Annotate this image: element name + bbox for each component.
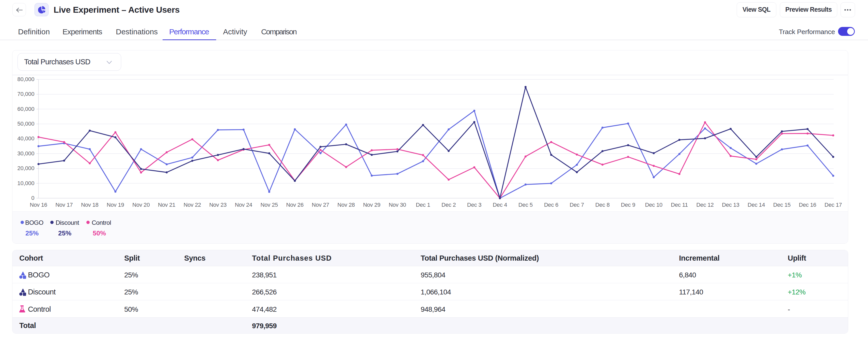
svg-text:Nov 26: Nov 26 [286,202,304,208]
svg-text:Nov 21: Nov 21 [158,202,176,208]
svg-text:Nov 18: Nov 18 [81,202,99,208]
svg-text:Dec 10: Dec 10 [645,202,662,208]
svg-text:Nov 22: Nov 22 [184,202,201,208]
svg-text:Dec 14: Dec 14 [748,202,765,208]
svg-text:Nov 19: Nov 19 [107,202,124,208]
svg-text:Nov 25: Nov 25 [260,202,278,208]
svg-text:Nov 16: Nov 16 [30,202,47,208]
svg-text:Dec 6: Dec 6 [544,202,558,208]
svg-text:Nov 30: Nov 30 [389,202,406,208]
svg-text:Nov 24: Nov 24 [235,202,252,208]
svg-text:Dec 7: Dec 7 [570,202,584,208]
svg-text:Dec 17: Dec 17 [825,202,842,208]
svg-text:Dec 12: Dec 12 [696,202,714,208]
svg-text:Dec 13: Dec 13 [722,202,740,208]
svg-text:Dec 16: Dec 16 [799,202,816,208]
svg-text:Dec 4: Dec 4 [493,202,507,208]
svg-text:80,000: 80,000 [17,76,34,82]
svg-text:Dec 9: Dec 9 [621,202,635,208]
svg-text:0: 0 [31,195,34,201]
svg-text:50,000: 50,000 [17,120,34,127]
svg-text:Nov 28: Nov 28 [337,202,355,208]
svg-text:Nov 20: Nov 20 [132,202,150,208]
svg-text:30,000: 30,000 [17,150,34,156]
svg-text:Dec 15: Dec 15 [773,202,791,208]
svg-text:Nov 29: Nov 29 [363,202,380,208]
svg-text:Nov 23: Nov 23 [209,202,227,208]
svg-text:Dec 2: Dec 2 [441,202,456,208]
svg-text:10,000: 10,000 [17,180,34,187]
svg-text:Nov 17: Nov 17 [55,202,73,208]
svg-text:Dec 1: Dec 1 [416,202,430,208]
svg-text:70,000: 70,000 [17,91,34,97]
svg-text:Dec 8: Dec 8 [595,202,610,208]
svg-text:Dec 5: Dec 5 [519,202,533,208]
svg-text:40,000: 40,000 [17,135,34,142]
svg-text:60,000: 60,000 [17,106,34,112]
svg-text:Nov 27: Nov 27 [312,202,329,208]
svg-text:20,000: 20,000 [17,165,34,171]
svg-text:Dec 11: Dec 11 [671,202,688,208]
svg-text:Dec 3: Dec 3 [467,202,482,208]
